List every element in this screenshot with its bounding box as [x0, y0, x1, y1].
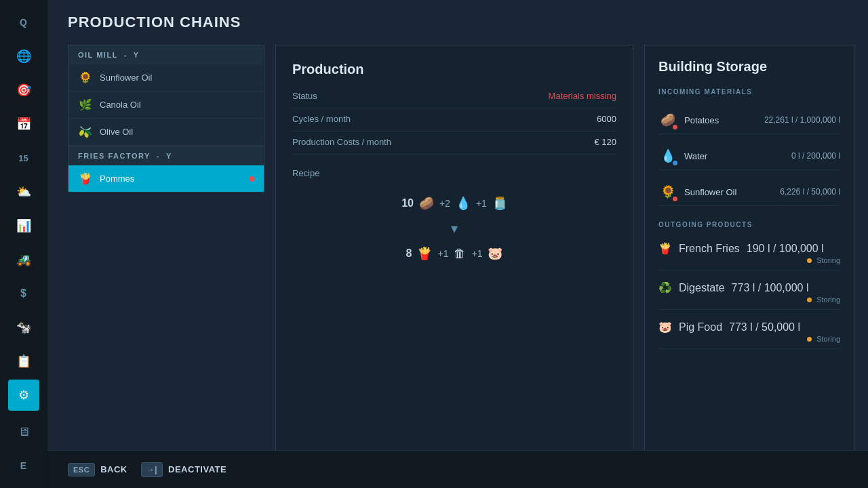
- recipe-inputs: 10 🥔 +2 💧 +1 🫙: [292, 189, 616, 218]
- page-title: PRODUCTION CHAINS: [68, 14, 854, 31]
- contracts-icon: 📋: [16, 354, 31, 369]
- production-panel: Production Status Materials missing Cycl…: [275, 45, 633, 474]
- cycles-row: Cycles / month 6000: [292, 114, 616, 131]
- water-amount: 0 l / 200,000 l: [791, 151, 840, 161]
- recipe-title: Recipe: [292, 168, 616, 178]
- back-label: BACK: [100, 464, 127, 474]
- digestate-row: ♻️ Digestate 773 l / 100,000 l: [658, 281, 840, 294]
- sidebar: Q 🌐 🎯 📅 15 ⛅ 📊 🚜 $ 🐄 📋 ⚙ 🖥 E: [0, 0, 47, 488]
- plus-4: +1: [471, 248, 482, 259]
- number-15-icon: 15: [18, 153, 28, 163]
- pig-food-name: Pig Food: [679, 321, 722, 333]
- steering-wheel-icon: 🎯: [16, 83, 31, 98]
- sidebar-item-chart[interactable]: 📊: [8, 210, 39, 241]
- storage-item-potatoes: 🥔 Potatoes 22,261 l / 1,000,000 l: [658, 106, 840, 134]
- digestate-amount: 773 l / 100,000 l: [732, 282, 809, 294]
- sidebar-item-wheel[interactable]: 🎯: [8, 75, 39, 106]
- costs-value: € 120: [594, 137, 616, 147]
- plus-1: +2: [439, 198, 450, 209]
- pig-food-icon: 🐷: [658, 321, 672, 333]
- globe-icon: 🌐: [16, 49, 31, 64]
- outgoing-title: OUTGOING PRODUCTS: [658, 218, 840, 231]
- sidebar-item-tractor[interactable]: 🚜: [8, 244, 39, 275]
- e-icon: E: [20, 460, 26, 471]
- water-name: Water: [684, 151, 785, 161]
- oil-icon: 🫙: [492, 196, 507, 211]
- storage-item-digestate: ♻️ Digestate 773 l / 100,000 l Storing: [658, 279, 840, 310]
- digestate-dot: [807, 298, 812, 302]
- water-dot: [673, 161, 677, 165]
- oil-mill-header: OIL MILL - Y: [68, 45, 264, 64]
- chain-sunflower-oil[interactable]: 🌻 Sunflower Oil: [68, 64, 264, 92]
- sidebar-item-calendar[interactable]: 📅: [8, 108, 39, 140]
- chains-panel: OIL MILL - Y 🌻 Sunflower Oil 🌿 Canola Oi…: [68, 45, 264, 474]
- chain-canola-oil[interactable]: 🌿 Canola Oil: [68, 92, 264, 119]
- monitor-icon: 🖥: [18, 425, 30, 439]
- chain-olive-oil[interactable]: 🫒 Olive Oil: [68, 119, 264, 146]
- plus-3: +1: [437, 248, 448, 259]
- sunflower-oil-storage-icon: 🌻: [658, 182, 677, 201]
- sunflower-oil-amount: 6,226 l / 50,000 l: [780, 187, 840, 197]
- costs-label: Production Costs / month: [292, 137, 391, 147]
- back-button[interactable]: ESC BACK: [68, 463, 127, 476]
- input-qty-1: 10: [401, 197, 414, 209]
- french-fries-icon: 🍟: [658, 242, 672, 255]
- deactivate-button[interactable]: →| DEACTIVATE: [141, 462, 227, 477]
- digestate-icon: ♻️: [658, 281, 672, 294]
- sidebar-item-e[interactable]: E: [8, 450, 39, 481]
- fries-factory-header: FRIES FACTORY - Y: [68, 146, 264, 165]
- tractor-icon: 🚜: [16, 252, 31, 267]
- sunflower-oil-icon: 🌻: [78, 71, 93, 84]
- sidebar-item-production[interactable]: ⚙: [8, 380, 39, 411]
- recipe-arrow: ▾: [292, 218, 616, 239]
- fries-icon: 🍟: [417, 246, 432, 261]
- pommes-icon: 🍟: [78, 172, 93, 185]
- production-title: Production: [292, 62, 616, 77]
- chain-pommes-label: Pommes: [100, 174, 134, 184]
- sidebar-item-weather[interactable]: ⛅: [8, 176, 39, 207]
- status-row: Status Materials missing: [292, 91, 616, 108]
- potatoes-amount: 22,261 l / 1,000,000 l: [764, 115, 840, 125]
- pigfood-icon: 🐷: [488, 246, 502, 261]
- potato-icon: 🥔: [419, 196, 434, 211]
- costs-row: Production Costs / month € 120: [292, 137, 616, 155]
- cycles-value: 6000: [597, 114, 616, 124]
- storage-panel: Building Storage INCOMING MATERIALS 🥔 Po…: [644, 45, 854, 474]
- sunflower-oil-name: Sunflower Oil: [684, 187, 773, 197]
- deactivate-label: DEACTIVATE: [168, 464, 226, 474]
- sidebar-item-dollar[interactable]: $: [8, 278, 39, 309]
- digestate-name: Digestate: [679, 282, 725, 294]
- storage-item-sunflower-oil: 🌻 Sunflower Oil 6,226 l / 50,000 l: [658, 178, 840, 206]
- chain-pommes[interactable]: 🍟 Pommes: [68, 165, 264, 192]
- storage-item-french-fries: 🍟 French Fries 190 l / 100,000 l Storing: [658, 239, 840, 270]
- incoming-title: INCOMING MATERIALS: [658, 85, 840, 98]
- sidebar-item-cow[interactable]: 🐄: [8, 312, 39, 343]
- canola-oil-icon: 🌿: [78, 98, 93, 111]
- storage-item-pig-food: 🐷 Pig Food 773 l / 50,000 l Storing: [658, 318, 840, 349]
- chart-icon: 📊: [16, 218, 31, 233]
- status-label: Status: [292, 91, 317, 101]
- dollar-icon: $: [20, 287, 26, 300]
- chain-canola-oil-label: Canola Oil: [100, 100, 141, 110]
- sidebar-item-q[interactable]: Q: [8, 7, 39, 38]
- storage-item-water: 💧 Water 0 l / 200,000 l: [658, 142, 840, 170]
- sidebar-item-15[interactable]: 15: [8, 142, 39, 174]
- chain-olive-oil-label: Olive Oil: [100, 127, 133, 137]
- content-row: OIL MILL - Y 🌻 Sunflower Oil 🌿 Canola Oi…: [68, 45, 854, 474]
- recipe-section: Recipe 10 🥔 +2 💧 +1 🫙 ▾ 8 🍟 +1: [292, 168, 616, 268]
- potatoes-name: Potatoes: [684, 115, 757, 125]
- main-content: PRODUCTION CHAINS OIL MILL - Y 🌻 Sunflow…: [47, 0, 868, 488]
- olive-oil-icon: 🫒: [78, 125, 93, 138]
- status-value: Materials missing: [549, 91, 616, 101]
- sidebar-item-globe[interactable]: 🌐: [8, 41, 39, 72]
- pig-food-status: Storing: [658, 333, 840, 346]
- sidebar-item-monitor[interactable]: 🖥: [8, 416, 39, 447]
- calendar-icon: 📅: [16, 117, 31, 131]
- sidebar-item-contracts[interactable]: 📋: [8, 346, 39, 377]
- potatoes-icon: 🥔: [658, 110, 677, 129]
- pig-food-row: 🐷 Pig Food 773 l / 50,000 l: [658, 321, 840, 333]
- cow-icon: 🐄: [16, 320, 31, 335]
- output-qty-1: 8: [406, 247, 412, 260]
- plus-2: +1: [476, 198, 487, 209]
- recipe-outputs: 8 🍟 +1 🗑 +1 🐷: [292, 239, 616, 268]
